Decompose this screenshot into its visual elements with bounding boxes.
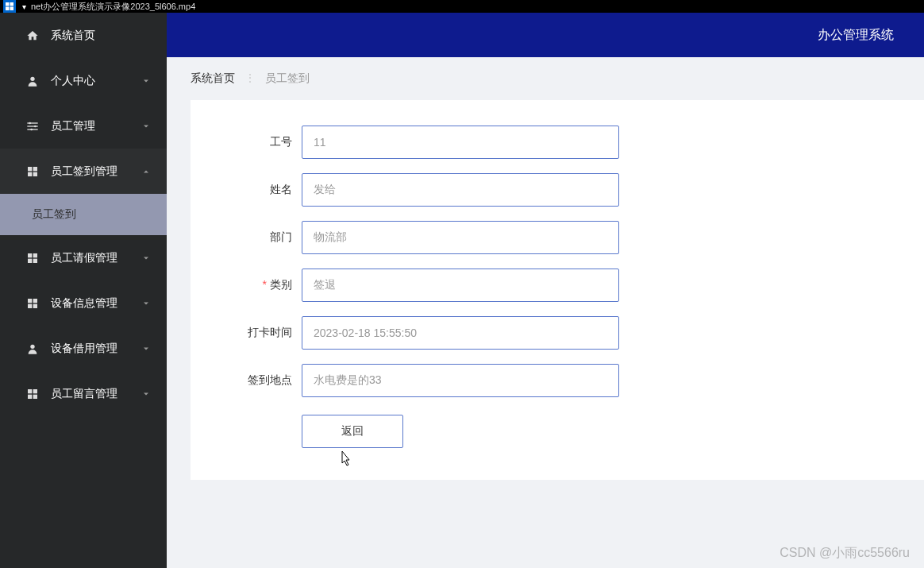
window-titlebar: ▾ net办公管理系统演示录像2023_5l606.mp4 xyxy=(0,0,924,13)
svg-rect-27 xyxy=(33,394,37,398)
form-input-2[interactable] xyxy=(302,221,619,254)
svg-rect-14 xyxy=(33,172,37,176)
svg-rect-25 xyxy=(33,389,37,393)
grid-icon xyxy=(25,251,40,265)
svg-rect-0 xyxy=(6,2,10,6)
grid-icon xyxy=(25,296,40,311)
form-input-4[interactable] xyxy=(302,316,619,350)
header-title: 办公管理系统 xyxy=(818,27,894,44)
sidebar-item-label: 个人中心 xyxy=(51,74,141,88)
person-icon xyxy=(25,74,40,88)
sidebar-item-7[interactable]: 员工留言管理 xyxy=(0,371,167,416)
sidebar-item-label: 员工请假管理 xyxy=(51,251,141,265)
sidebar-item-0[interactable]: 系统首页 xyxy=(0,13,167,58)
form-input-0[interactable] xyxy=(302,126,619,159)
form-label-4: 打卡时间 xyxy=(222,326,302,340)
svg-point-4 xyxy=(30,76,34,80)
svg-rect-12 xyxy=(33,167,37,171)
svg-rect-21 xyxy=(28,303,32,307)
sidebar-item-1[interactable]: 个人中心 xyxy=(0,58,167,103)
return-button[interactable]: 返回 xyxy=(302,415,403,448)
svg-rect-24 xyxy=(28,389,32,393)
sidebar: 系统首页 个人中心 员工管理 员工签到管理 员工签到 员工请假管理 设备信息管理… xyxy=(0,13,167,568)
chevron-down-icon xyxy=(141,122,151,131)
svg-rect-26 xyxy=(28,394,32,398)
sidebar-item-label: 系统首页 xyxy=(51,29,151,43)
sidebar-item-label: 设备借用管理 xyxy=(51,342,141,356)
breadcrumb-current: 员工签到 xyxy=(265,71,310,84)
form-row-5: 签到地点 xyxy=(222,364,892,397)
svg-rect-5 xyxy=(27,122,37,123)
form-row-1: 姓名 xyxy=(222,173,892,207)
svg-rect-13 xyxy=(28,172,32,176)
titlebar-dropdown-icon[interactable]: ▾ xyxy=(17,2,31,11)
form-input-1[interactable] xyxy=(302,173,619,207)
form-label-3: *类别 xyxy=(222,278,302,292)
form-input-5[interactable] xyxy=(302,364,619,397)
sidebar-item-label: 员工管理 xyxy=(51,119,141,133)
sidebar-item-5[interactable]: 设备信息管理 xyxy=(0,280,167,326)
sidebar-item-2[interactable]: 员工管理 xyxy=(0,103,167,149)
svg-point-23 xyxy=(30,344,34,348)
sidebar-item-label: 员工签到管理 xyxy=(51,164,141,179)
chevron-down-icon xyxy=(141,389,151,399)
svg-rect-20 xyxy=(33,299,37,303)
titlebar-filename: net办公管理系统演示录像2023_5l606.mp4 xyxy=(31,1,195,13)
grid-icon xyxy=(25,164,40,179)
sidebar-item-3[interactable]: 员工签到管理 xyxy=(0,149,167,194)
header: 办公管理系统 xyxy=(167,13,924,57)
svg-rect-16 xyxy=(33,253,37,257)
sidebar-item-4[interactable]: 员工请假管理 xyxy=(0,235,167,280)
sliders-icon xyxy=(25,119,40,133)
form-input-3[interactable] xyxy=(302,269,619,302)
svg-rect-15 xyxy=(28,253,32,257)
form-row-4: 打卡时间 xyxy=(222,316,892,350)
sidebar-item-6[interactable]: 设备借用管理 xyxy=(0,326,167,371)
form-row-0: 工号 xyxy=(222,126,892,159)
sidebar-item-label: 设备信息管理 xyxy=(51,296,141,311)
svg-rect-1 xyxy=(10,2,14,6)
return-button-label: 返回 xyxy=(341,424,364,439)
form-label-1: 姓名 xyxy=(222,183,302,197)
breadcrumb-separator: ⋮ xyxy=(244,71,256,84)
form-label-5: 签到地点 xyxy=(222,373,302,388)
svg-rect-17 xyxy=(28,258,32,262)
svg-point-10 xyxy=(30,128,33,130)
home-icon xyxy=(25,29,40,43)
form-label-0: 工号 xyxy=(222,135,302,149)
svg-rect-2 xyxy=(6,7,10,11)
form-card: 工号姓名部门*类别打卡时间签到地点 返回 xyxy=(191,100,924,480)
svg-rect-6 xyxy=(27,126,37,126)
chevron-down-icon xyxy=(141,253,151,263)
form-label-2: 部门 xyxy=(222,230,302,245)
svg-rect-22 xyxy=(33,303,37,307)
breadcrumb: 系统首页 ⋮ 员工签到 xyxy=(167,57,924,100)
chevron-down-icon xyxy=(141,344,151,354)
svg-rect-11 xyxy=(28,167,32,171)
form-row-2: 部门 xyxy=(222,221,892,254)
required-asterisk: * xyxy=(263,278,267,291)
form-row-3: *类别 xyxy=(222,269,892,302)
svg-rect-3 xyxy=(10,7,14,11)
chevron-down-icon xyxy=(141,76,151,86)
svg-rect-19 xyxy=(28,299,32,303)
person-icon xyxy=(25,342,40,356)
svg-point-8 xyxy=(29,122,31,124)
chevron-up-icon xyxy=(141,167,151,176)
chevron-down-icon xyxy=(141,299,151,308)
video-file-icon xyxy=(3,0,16,13)
svg-rect-18 xyxy=(33,258,37,262)
sidebar-subitem-3-0[interactable]: 员工签到 xyxy=(0,194,167,235)
svg-point-9 xyxy=(34,125,37,127)
grid-icon xyxy=(25,387,40,401)
breadcrumb-root[interactable]: 系统首页 xyxy=(191,71,235,84)
sidebar-item-label: 员工留言管理 xyxy=(51,387,141,401)
